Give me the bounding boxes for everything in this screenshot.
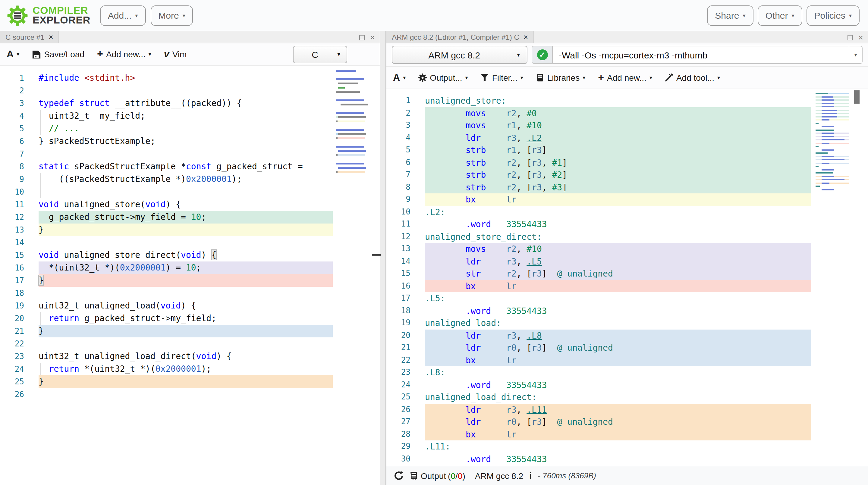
assembly-line[interactable]: 11 .word 33554433 — [386, 218, 868, 230]
compiler-explorer-logo[interactable]: COMPILER EXPLORER — [0, 4, 90, 27]
maximize-icon[interactable] — [847, 35, 853, 40]
assembly-line[interactable]: 13 movs r2, #10 — [386, 243, 868, 255]
assembly-line[interactable]: 24 .word 33554433 — [386, 379, 868, 391]
assembly-line[interactable]: 6 strb r2, [r3, #1] — [386, 156, 868, 169]
source-code-line[interactable]: 15void unaligned_store_direct(void) { — [0, 249, 380, 261]
options-dropdown-toggle[interactable]: ▾ — [849, 46, 862, 63]
source-code-line[interactable]: 5 // ... — [0, 122, 380, 135]
assembly-line[interactable]: 30 .word 33554433 — [386, 453, 868, 465]
line-number: 1 — [386, 95, 410, 107]
compiler-select[interactable]: ARM gcc 8.2 ▼ — [392, 46, 527, 64]
assembly-line[interactable]: 9 bx lr — [386, 193, 868, 206]
font-size-button[interactable]: A ▾ — [7, 49, 19, 60]
assembly-line[interactable]: 22 bx lr — [386, 354, 868, 366]
output-options-button[interactable]: Output... ▾ — [418, 73, 468, 83]
libraries-button[interactable]: Libraries ▾ — [536, 73, 585, 83]
source-code-line[interactable]: 20 return g_packed_struct->my_field; — [0, 312, 380, 325]
line-number: 16 — [0, 261, 24, 274]
source-editor[interactable]: 1#include <stdint.h>23typedef struct __a… — [0, 66, 380, 485]
assembly-line[interactable]: 3 movs r1, #10 — [386, 119, 868, 132]
save-load-button[interactable]: Save/Load — [32, 50, 84, 59]
filter-button[interactable]: Filter... ▾ — [481, 73, 523, 83]
source-code-line[interactable]: 22 — [0, 337, 380, 350]
tab-close-icon[interactable]: × — [524, 33, 528, 41]
assembly-line[interactable]: 5 strb r1, [r3] — [386, 144, 868, 156]
add-tool-button[interactable]: Add tool... ▾ — [665, 73, 720, 83]
source-code-line[interactable]: 18 — [0, 287, 380, 299]
policies-button[interactable]: Policies ▾ — [807, 5, 860, 26]
compiler-options-input[interactable] — [553, 46, 849, 63]
assembly-line[interactable]: 18 .word 33554433 — [386, 304, 868, 317]
assembly-line[interactable]: 26 ldr r3, .L11 — [386, 403, 868, 416]
font-size-button[interactable]: A ▾ — [393, 72, 406, 83]
scrollbar-thumb[interactable] — [854, 90, 860, 104]
source-code-line[interactable]: 8static sPackedStructExample *const g_pa… — [0, 160, 380, 173]
source-code-line[interactable]: 4 uint32_t my_field; — [0, 110, 380, 122]
assembly-line[interactable]: 20 ldr r3, .L8 — [386, 329, 868, 342]
splitter-handle[interactable] — [372, 254, 381, 256]
source-minimap[interactable] — [336, 70, 365, 180]
assembly-line[interactable]: 16 bx lr — [386, 280, 868, 292]
tab-compiler[interactable]: ARM gcc 8.2 (Editor #1, Compiler #1) C × — [386, 31, 534, 43]
source-code-line[interactable]: 7 — [0, 148, 380, 160]
source-code-line[interactable]: 11void unaligned_store(void) { — [0, 198, 380, 211]
assembly-line[interactable]: 15 str r2, [r3] @ unaligned — [386, 267, 868, 280]
assembly-line[interactable]: 27 ldr r0, [r3] @ unaligned — [386, 416, 868, 428]
assembly-line[interactable]: 14 ldr r3, .L5 — [386, 255, 868, 267]
assembly-line[interactable]: 7 strb r2, [r3, #2] — [386, 169, 868, 181]
assembly-output-editor[interactable]: 1unaligned_store:2 movs r2, #03 movs r1,… — [386, 89, 868, 466]
source-code-line[interactable]: 2 — [0, 84, 380, 97]
close-icon[interactable]: × — [370, 33, 375, 41]
source-code-line[interactable]: 6} sPackedStructExample; — [0, 135, 380, 148]
assembly-minimap[interactable] — [815, 93, 849, 192]
source-code-line[interactable]: 26 — [0, 388, 380, 401]
assembly-line[interactable]: 1unaligned_store: — [386, 95, 868, 107]
line-number: 13 — [386, 243, 410, 255]
assembly-line[interactable]: 25unaligned_load_direct: — [386, 391, 868, 403]
assembly-line[interactable]: 28 bx lr — [386, 428, 868, 441]
assembly-line[interactable]: 2 movs r2, #0 — [386, 107, 868, 119]
line-number: 18 — [386, 304, 410, 317]
source-code-line[interactable]: 10 — [0, 186, 380, 198]
source-code-line[interactable]: 21} — [0, 325, 380, 337]
line-number: 18 — [0, 287, 24, 299]
other-button[interactable]: Other ▾ — [757, 5, 802, 26]
assembly-line[interactable]: 17.L5: — [386, 292, 868, 304]
source-code-line[interactable]: 24 return *(uint32_t *)(0x2000001); — [0, 363, 380, 375]
add-new-button[interactable]: + Add new... ▾ — [598, 72, 652, 84]
maximize-icon[interactable] — [359, 35, 365, 40]
line-number: 20 — [0, 312, 24, 325]
add-menu-button[interactable]: Add... ▾ — [100, 5, 146, 26]
assembly-line[interactable]: 21 ldr r0, [r3] @ unaligned — [386, 342, 868, 354]
info-icon[interactable]: i — [529, 471, 532, 481]
assembly-line[interactable]: 8 strb r2, [r3, #3] — [386, 181, 868, 193]
source-code-line[interactable]: 14 — [0, 236, 380, 249]
tab-c-source[interactable]: C source #1 × — [0, 31, 59, 43]
source-code-line[interactable]: 1#include <stdint.h> — [0, 72, 380, 84]
assembly-line[interactable]: 12unaligned_store_direct: — [386, 230, 868, 243]
share-button[interactable]: Share ▾ — [707, 5, 753, 26]
assembly-line[interactable]: 29.L11: — [386, 441, 868, 453]
source-code-line[interactable]: 17} — [0, 274, 380, 287]
more-menu-button[interactable]: More ▾ — [150, 5, 193, 26]
output-log-button[interactable]: Output (0/0) — [410, 471, 465, 481]
refresh-icon[interactable] — [394, 471, 404, 481]
assembly-line[interactable]: 23.L8: — [386, 366, 868, 379]
source-code-line[interactable]: 23uint32_t unaligned_load_direct(void) { — [0, 350, 380, 363]
source-code-line[interactable]: 3typedef struct __attribute__((packed)) … — [0, 97, 380, 110]
source-code-line[interactable]: 12 g_packed_struct->my_field = 10; — [0, 211, 380, 224]
assembly-line[interactable]: 10.L2: — [386, 206, 868, 218]
language-select[interactable]: C ▼ — [293, 46, 347, 63]
source-code-line[interactable]: 16 *(uint32_t *)(0x2000001) = 10; — [0, 261, 380, 274]
source-code-line[interactable]: 19uint32_t unaligned_load(void) { — [0, 299, 380, 312]
vim-toggle-button[interactable]: v Vim — [164, 49, 187, 60]
close-icon[interactable]: × — [858, 33, 863, 41]
tab-close-icon[interactable]: × — [49, 33, 53, 41]
add-new-button[interactable]: + Add new... ▾ — [97, 48, 151, 60]
source-code-line[interactable]: 9 ((sPackedStructExample *)0x2000001); — [0, 173, 380, 186]
pane-splitter[interactable] — [380, 31, 386, 485]
assembly-line[interactable]: 4 ldr r3, .L2 — [386, 132, 868, 144]
source-code-line[interactable]: 13} — [0, 224, 380, 236]
assembly-line[interactable]: 19unaligned_load: — [386, 317, 868, 329]
source-code-line[interactable]: 25} — [0, 375, 380, 388]
